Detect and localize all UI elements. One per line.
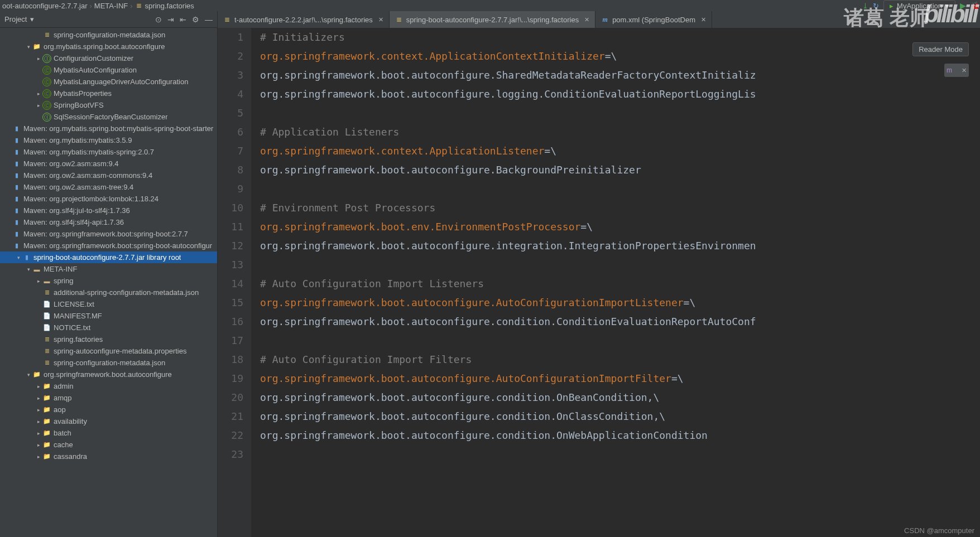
tree-arrow-icon[interactable]: ▸	[35, 278, 42, 284]
close-icon[interactable]: ✕	[701, 16, 706, 23]
tree-row[interactable]: ⒸMybatisLanguageDriverAutoConfiguration	[0, 76, 217, 88]
tree-row[interactable]: ≣spring-configuration-metadata.json	[0, 357, 217, 369]
tree-row[interactable]: 📄NOTICE.txt	[0, 322, 217, 333]
tree-arrow-icon[interactable]: ▸	[35, 103, 42, 108]
tree-arrow-icon[interactable]: ▸	[35, 56, 42, 61]
tree-row[interactable]: ⒸMybatisAutoConfiguration	[0, 64, 217, 76]
code-line[interactable]: org.springframework.boot.autoconfigure.A…	[260, 293, 980, 312]
tree-row[interactable]: ▮Maven: org.slf4j:jul-to-slf4j:1.7.36	[0, 205, 217, 216]
code-line[interactable]: org.springframework.boot.autoconfigure.S…	[260, 66, 980, 85]
tree-row[interactable]: ▮Maven: org.mybatis.spring.boot:mybatis-…	[0, 123, 217, 134]
tree-row[interactable]: ▸📁cache	[0, 439, 217, 451]
tree-row[interactable]: ▸📁admin	[0, 380, 217, 392]
chevron-down-icon[interactable]: ▾	[30, 15, 34, 23]
code-content[interactable]: # Initializersorg.springframework.contex…	[251, 28, 980, 537]
code-line[interactable]	[260, 180, 980, 199]
tree-row[interactable]: ▸📁cassandra	[0, 451, 217, 462]
tree-row[interactable]: ▾▬META-INF	[0, 263, 217, 275]
code-line[interactable]	[260, 331, 980, 350]
code-line[interactable]: # Application Listeners	[260, 123, 980, 142]
tree-row[interactable]: ▸ⒸMybatisProperties	[0, 88, 217, 99]
settings-gear-icon[interactable]: ⚙	[192, 15, 199, 24]
tree-row[interactable]: ▸ⒾConfigurationCustomizer	[0, 52, 217, 64]
code-line[interactable]	[260, 255, 980, 274]
tree-row[interactable]: ≣spring.factories	[0, 333, 217, 345]
tree-arrow-icon[interactable]: ▸	[35, 384, 42, 389]
tree-arrow-icon[interactable]: ▾	[15, 255, 22, 260]
tree-arrow-icon[interactable]: ▾	[25, 44, 32, 50]
editor-tab[interactable]: ≣spring-boot-autoconfigure-2.7.7.jar!\..…	[390, 11, 595, 28]
editor-tab[interactable]: ≣t-autoconfigure-2.2.2.jar!\...\spring.f…	[218, 11, 390, 28]
tree-row[interactable]: 📄LICENSE.txt	[0, 298, 217, 310]
code-line[interactable]: org.springframework.boot.autoconfigure.A…	[260, 369, 980, 388]
code-line[interactable]	[260, 445, 980, 464]
tree-row[interactable]: ▸📁availability	[0, 415, 217, 427]
code-line[interactable]: org.springframework.context.ApplicationC…	[260, 47, 980, 66]
tree-row[interactable]: ▮Maven: org.springframework.boot:spring-…	[0, 240, 217, 251]
tree-arrow-icon[interactable]: ▸	[35, 454, 42, 459]
tree-row[interactable]: ▸📁batch	[0, 427, 217, 439]
tree-row[interactable]: ▸ⒸSpringBootVFS	[0, 99, 217, 111]
tree-row[interactable]: ▸▬spring	[0, 275, 217, 287]
code-line[interactable]: org.springframework.boot.autoconfigure.l…	[260, 85, 980, 104]
code-line[interactable]: org.springframework.boot.env.Environment…	[260, 217, 980, 236]
tree-row[interactable]: ⒾSqlSessionFactoryBeanCustomizer	[0, 111, 217, 123]
tree-arrow-icon[interactable]: ▸	[35, 430, 42, 436]
tree-arrow-icon[interactable]: ▾	[25, 267, 32, 272]
code-line[interactable]: # Auto Configuration Import Filters	[260, 350, 980, 369]
tree-row[interactable]: ▸📁aop	[0, 404, 217, 415]
code-area[interactable]: 1234567891011121314151617181920212223 # …	[218, 28, 980, 537]
hide-icon[interactable]: —	[205, 15, 213, 24]
tree-arrow-icon[interactable]: ▸	[35, 407, 42, 413]
breadcrumb-item[interactable]: META-INF	[94, 2, 128, 10]
build-icon[interactable]: ⤓	[862, 2, 868, 10]
project-title[interactable]: Project	[4, 15, 27, 23]
debug-button[interactable]: 🐞	[971, 1, 980, 10]
code-line[interactable]: # Auto Configuration Import Listeners	[260, 274, 980, 293]
tree-row[interactable]: ▮Maven: org.springframework.boot:spring-…	[0, 228, 217, 240]
tree-row[interactable]: ▮Maven: org.ow2.asm:asm-commons:9.4	[0, 170, 217, 181]
close-icon[interactable]: ✕	[378, 16, 383, 23]
code-line[interactable]: org.springframework.boot.autoconfigure.i…	[260, 236, 980, 255]
tree-arrow-icon[interactable]: ▸	[35, 419, 42, 424]
tree-row[interactable]: 📄MANIFEST.MF	[0, 310, 217, 322]
tree-arrow-icon[interactable]: ▸	[35, 91, 42, 96]
tree-row[interactable]: ▾📁org.mybatis.spring.boot.autoconfigure	[0, 41, 217, 52]
tree-row[interactable]: ▾▮spring-boot-autoconfigure-2.7.7.jar li…	[0, 251, 217, 263]
tree-row[interactable]: ▾📁org.springframework.boot.autoconfigure	[0, 369, 217, 380]
code-line[interactable]: org.springframework.context.ApplicationL…	[260, 142, 980, 161]
code-line[interactable]: org.springframework.boot.autoconfigure.c…	[260, 312, 980, 331]
code-line[interactable]: org.springframework.boot.autoconfigure.B…	[260, 161, 980, 180]
tree-row[interactable]: ▸📁amqp	[0, 392, 217, 404]
code-line[interactable]: org.springframework.boot.autoconfigure.c…	[260, 407, 980, 426]
select-opened-file-icon[interactable]: ⊙	[155, 15, 162, 24]
code-line[interactable]: # Environment Post Processors	[260, 199, 980, 217]
tree-row[interactable]: ≣additional-spring-configuration-metadat…	[0, 287, 217, 298]
tree-row[interactable]: ≣spring-configuration-metadata.json	[0, 29, 217, 41]
reader-mode-badge[interactable]: Reader Mode	[912, 42, 969, 56]
breadcrumb-item[interactable]: spring.factories	[145, 2, 194, 10]
tree-row[interactable]: ≣spring-autoconfigure-metadata.propertie…	[0, 345, 217, 357]
run-config-select[interactable]: ▸ MyApplication ▾	[883, 0, 955, 12]
tree-arrow-icon[interactable]: ▸	[35, 395, 42, 401]
tree-arrow-icon[interactable]: ▾	[25, 372, 32, 378]
tree-row[interactable]: ▮Maven: org.ow2.asm:asm:9.4	[0, 158, 217, 170]
breadcrumb-item[interactable]: oot-autoconfigure-2.7.7.jar	[2, 2, 87, 10]
sync-icon[interactable]: ↻	[873, 2, 879, 10]
expand-all-icon[interactable]: ⇥	[167, 15, 174, 24]
editor-tab[interactable]: mpom.xml (SpringBootDem✕	[595, 11, 712, 28]
tree-row[interactable]: ▮Maven: org.mybatis:mybatis-spring:2.0.7	[0, 146, 217, 158]
close-icon[interactable]: ✕	[584, 16, 589, 23]
tree-row[interactable]: ▮Maven: org.projectlombok:lombok:1.18.24	[0, 193, 217, 205]
code-line[interactable]: org.springframework.boot.autoconfigure.c…	[260, 388, 980, 407]
tree-row[interactable]: ▮Maven: org.mybatis:mybatis:3.5.9	[0, 134, 217, 146]
run-button[interactable]: ▶	[960, 1, 966, 10]
tree-row[interactable]: ▮Maven: org.ow2.asm:asm-tree:9.4	[0, 181, 217, 193]
collapse-all-icon[interactable]: ⇤	[180, 15, 186, 24]
tree-row[interactable]: ▮Maven: org.slf4j:slf4j-api:1.7.36	[0, 216, 217, 228]
code-line[interactable]	[260, 104, 980, 123]
tree-arrow-icon[interactable]: ▸	[35, 442, 42, 448]
inspection-badge[interactable]: m✕	[944, 64, 969, 77]
code-line[interactable]: org.springframework.boot.autoconfigure.c…	[260, 426, 980, 445]
close-icon[interactable]: ✕	[962, 67, 967, 74]
